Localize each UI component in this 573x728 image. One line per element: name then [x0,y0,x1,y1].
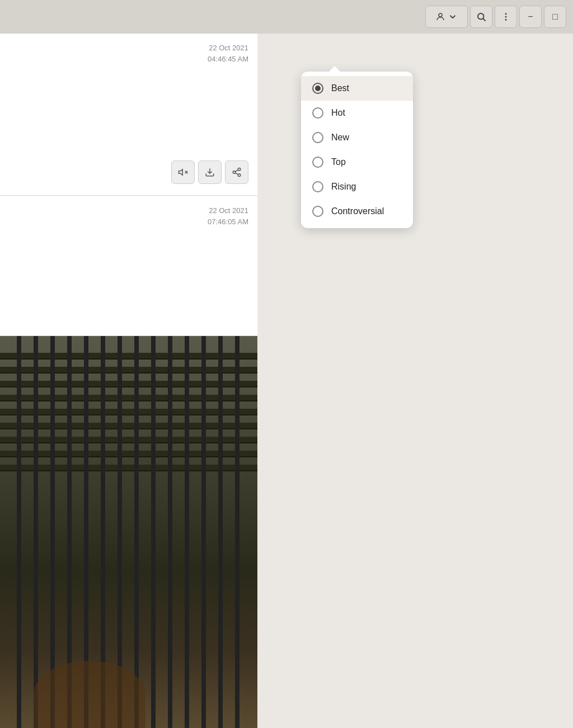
mute-icon [178,167,188,177]
sort-hot-label: Hot [331,108,345,118]
sort-new-label: New [331,133,349,143]
vent-bar [235,336,239,728]
post-card-2: 22 Oct 2021 07:46:05 AM [0,196,257,336]
svg-point-4 [505,16,507,18]
sort-button[interactable] [425,6,468,28]
sort-best-label: Best [331,83,349,93]
sort-top-label: Top [331,157,346,167]
more-icon [501,12,511,22]
vent-bar [34,336,38,728]
post-2-time: 07:46:05 AM [208,216,248,228]
svg-point-11 [238,174,241,177]
post-1-date: 22 Oct 2021 [208,42,248,54]
sort-option-new[interactable]: New [301,125,413,150]
titlebar: − □ [0,0,573,34]
share-button[interactable] [225,160,248,184]
maximize-button[interactable]: □ [544,6,566,28]
post-1-timestamp: 22 Oct 2021 04:46:45 AM [208,42,248,64]
svg-line-12 [235,173,238,174]
svg-point-10 [233,171,236,174]
vent-bar [201,336,206,728]
post-2-date: 22 Oct 2021 [208,205,248,216]
vent-bar [218,336,223,728]
svg-point-1 [478,13,484,20]
svg-point-9 [238,168,241,171]
svg-point-5 [505,19,507,21]
post-1-time: 04:46:45 AM [208,54,248,65]
post-2-timestamp: 22 Oct 2021 07:46:05 AM [208,205,248,227]
vent-bar [17,336,21,728]
radio-controversial [312,206,323,217]
svg-line-2 [483,18,485,21]
search-button[interactable] [470,6,492,28]
svg-point-0 [439,13,442,17]
person-icon [435,12,445,22]
sort-rising-label: Rising [331,182,356,192]
sort-option-rising[interactable]: Rising [301,174,413,199]
radio-best [312,83,323,94]
vent-bar [151,336,156,728]
more-options-button[interactable] [495,6,517,28]
kitchen-photo [0,336,257,728]
vent-bar [185,336,189,728]
search-icon [476,12,486,22]
svg-point-3 [505,13,507,15]
radio-rising [312,181,323,192]
post-1-actions [171,160,248,184]
chevron-down-icon [448,12,458,22]
sort-option-best[interactable]: Best [301,76,413,101]
sort-controversial-label: Controversial [331,206,384,216]
person-silhouette [34,661,145,728]
posts-panel: 22 Oct 2021 04:46:45 AM [0,34,257,728]
minimize-label: − [528,12,533,22]
vent-bar [134,336,139,728]
download-icon [205,167,215,177]
sort-option-hot[interactable]: Hot [301,101,413,125]
post-image [0,336,257,728]
mute-button[interactable] [171,160,195,184]
maximize-label: □ [552,12,558,22]
download-button[interactable] [198,160,222,184]
svg-line-13 [235,170,238,172]
content-area: 22 Oct 2021 04:46:45 AM [0,34,573,728]
radio-top [312,157,323,168]
vent-bar [168,336,172,728]
sort-option-top[interactable]: Top [301,150,413,174]
share-icon [232,167,242,177]
radio-new [312,132,323,143]
minimize-button[interactable]: − [519,6,542,28]
post-card-1: 22 Oct 2021 04:46:45 AM [0,34,257,196]
sort-dropdown: Best Hot New Top Rising Controversial [301,72,413,228]
radio-hot [312,107,323,119]
sort-option-controversial[interactable]: Controversial [301,199,413,224]
